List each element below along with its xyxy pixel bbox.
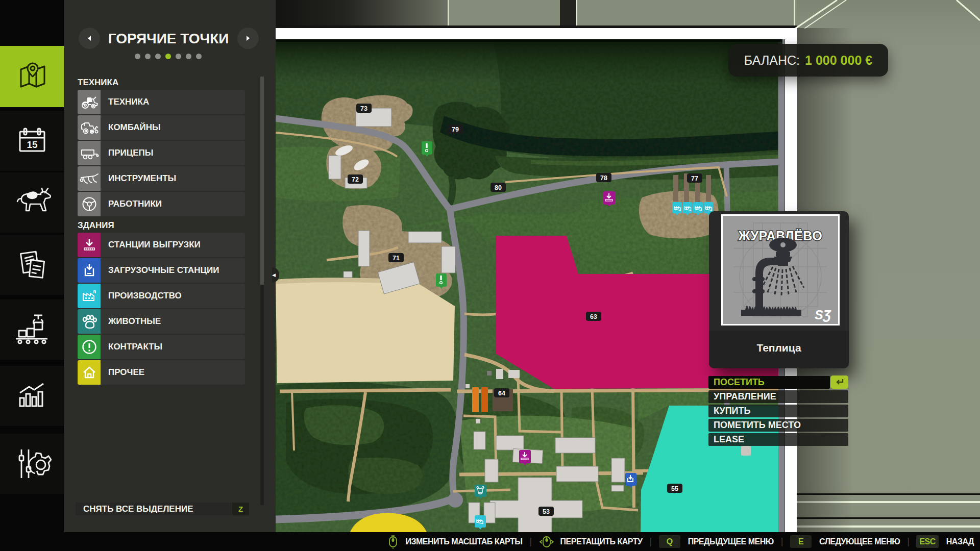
svg-text:78: 78 bbox=[600, 174, 607, 182]
svg-text:77: 77 bbox=[691, 175, 698, 182]
svg-text:64: 64 bbox=[498, 390, 505, 397]
svg-text:73: 73 bbox=[360, 105, 368, 112]
svg-text:15: 15 bbox=[27, 139, 38, 150]
svg-text:55: 55 bbox=[671, 485, 678, 492]
svg-text:79: 79 bbox=[452, 126, 459, 133]
svg-text:63: 63 bbox=[590, 313, 597, 320]
svg-text:53: 53 bbox=[543, 508, 550, 515]
svg-text:SƷ: SƷ bbox=[815, 308, 831, 322]
svg-text:80: 80 bbox=[495, 184, 502, 191]
svg-text:72: 72 bbox=[352, 176, 359, 183]
svg-text:71: 71 bbox=[393, 255, 400, 262]
